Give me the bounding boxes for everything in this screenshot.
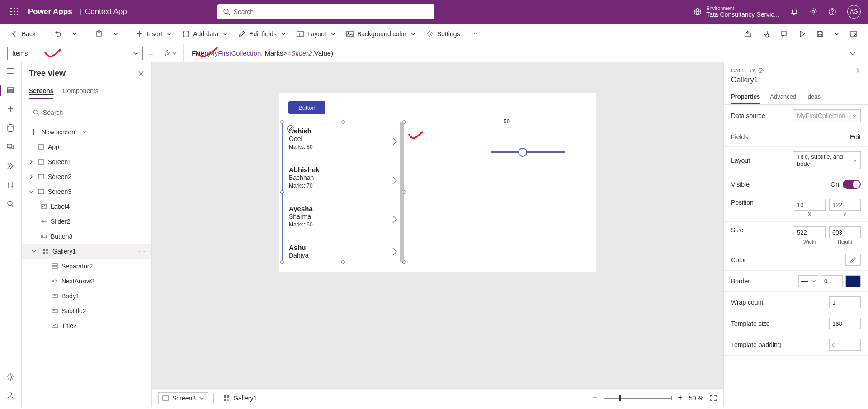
breadcrumb-screen[interactable]: Screen3	[158, 392, 208, 404]
edit-template-icon[interactable]	[287, 125, 294, 132]
search-input[interactable]: Search	[217, 4, 434, 19]
more-button[interactable]: ⋯	[467, 26, 482, 42]
edit-fields-button[interactable]: Edit fields	[235, 26, 289, 42]
gallery-item[interactable]: Ayesha Sharma Marks: 60	[283, 200, 404, 239]
tree-item-gallery1[interactable]: Gallery1⋯	[22, 244, 151, 259]
canvas-slider[interactable]	[491, 151, 565, 153]
tree-item-screen3[interactable]: Screen3	[22, 184, 151, 199]
save-more-button[interactable]	[831, 26, 843, 42]
brand-label[interactable]: Power Apps	[24, 7, 76, 16]
breadcrumb-control[interactable]: Gallery1	[219, 392, 261, 404]
add-data-button[interactable]: Add data	[179, 26, 231, 42]
zoom-in-button[interactable]: +	[678, 393, 683, 403]
border-color-picker[interactable]	[845, 275, 861, 287]
gallery-next-icon[interactable]	[392, 215, 397, 224]
publish-button[interactable]	[846, 26, 861, 42]
border-width-input[interactable]: 0	[821, 275, 843, 287]
tab-ideas[interactable]: Ideas	[806, 89, 821, 104]
position-y-input[interactable]: 122	[829, 199, 861, 211]
settings-rail-icon[interactable]	[6, 373, 15, 382]
user-avatar[interactable]: AG	[847, 5, 861, 19]
canvas-gallery[interactable]: Ashish Goel Marks: 80 Abhishek Bachhan M…	[282, 122, 404, 262]
datasource-dropdown[interactable]: MyFirstCollection	[793, 109, 861, 122]
canvas-button[interactable]: Button	[288, 101, 326, 114]
size-width-input[interactable]: 522	[794, 226, 826, 238]
share-button[interactable]	[741, 26, 755, 42]
zoom-slider[interactable]	[604, 398, 672, 399]
help-icon[interactable]: ?	[758, 68, 764, 73]
search-rail-icon[interactable]	[6, 200, 15, 209]
paste-button[interactable]	[92, 26, 106, 42]
data-icon[interactable]	[6, 124, 15, 133]
tree-search-input[interactable]: Search	[29, 105, 144, 120]
preview-button[interactable]	[795, 26, 809, 42]
gallery-next-icon[interactable]	[392, 137, 397, 146]
tab-properties[interactable]: Properties	[731, 89, 760, 104]
gallery-item[interactable]: Abhishek Bachhan Marks: 70	[283, 161, 404, 200]
tab-screens[interactable]: Screens	[29, 84, 53, 99]
chevron-right-icon[interactable]	[855, 68, 861, 73]
comments-button[interactable]	[777, 26, 791, 42]
fx-label[interactable]: fx	[159, 44, 184, 62]
border-style-dropdown[interactable]	[798, 275, 818, 287]
template-padding-input[interactable]: 0	[829, 339, 861, 351]
tree-item-body1[interactable]: Body1	[22, 288, 151, 303]
template-size-input[interactable]: 168	[829, 318, 861, 329]
tab-advanced[interactable]: Advanced	[770, 89, 796, 104]
tree-item-label4[interactable]: Label4	[22, 199, 151, 214]
size-height-input[interactable]: 603	[829, 226, 861, 238]
new-screen-button[interactable]: New screen	[22, 126, 151, 139]
tree-item-more-icon[interactable]: ⋯	[139, 248, 146, 255]
tree-item-separator2[interactable]: Separator2	[22, 259, 151, 273]
layout-dropdown[interactable]: Title, subtitle, and body	[793, 151, 861, 169]
gallery-item[interactable]: Ashish Goel Marks: 80	[283, 122, 404, 161]
app-name[interactable]: Context App	[85, 7, 127, 16]
app-preview[interactable]: Button 50 Ashish Goel Marks: 80	[279, 93, 596, 272]
gallery-next-icon[interactable]	[392, 176, 397, 185]
gallery-next-icon[interactable]	[392, 247, 397, 256]
tree-item-slider2[interactable]: Slider2	[22, 214, 151, 229]
settings-button[interactable]: Settings	[423, 26, 464, 42]
tree-item-title2[interactable]: Title2	[22, 318, 151, 333]
flows-icon[interactable]	[6, 162, 15, 171]
paste-more-button[interactable]	[110, 26, 122, 42]
property-dropdown[interactable]: Items	[7, 47, 143, 60]
fit-icon[interactable]	[710, 395, 717, 402]
ask-icon[interactable]	[6, 392, 15, 401]
help-icon[interactable]	[828, 8, 836, 16]
zoom-out-button[interactable]: −	[593, 393, 598, 403]
back-button[interactable]: Back	[7, 26, 39, 42]
insert-button[interactable]: Insert	[133, 26, 175, 42]
tree-item-app[interactable]: App	[22, 139, 151, 154]
visible-toggle[interactable]	[843, 180, 861, 189]
hamburger-icon[interactable]	[6, 67, 15, 76]
gear-icon[interactable]	[809, 8, 817, 16]
undo-more-button[interactable]	[69, 26, 80, 42]
color-picker[interactable]	[845, 254, 861, 266]
tree-item-nextarrow2[interactable]: NextArrow2	[22, 273, 151, 288]
checker-button[interactable]	[759, 26, 773, 42]
insert-icon[interactable]	[6, 105, 15, 114]
gallery-item[interactable]: Ashu Dahiya	[283, 239, 404, 262]
formula-input[interactable]: Filter(MyFirstCollection, Marks>= Slider…	[189, 44, 839, 62]
waffle-icon[interactable]	[5, 8, 24, 16]
save-button[interactable]	[813, 26, 827, 42]
wrap-count-input[interactable]: 1	[829, 296, 861, 308]
undo-button[interactable]	[51, 26, 65, 42]
tools-icon[interactable]	[6, 181, 15, 190]
control-name[interactable]: Gallery1	[731, 76, 764, 84]
bell-icon[interactable]	[790, 8, 798, 16]
bg-color-button[interactable]: Background color	[343, 26, 419, 42]
layout-button[interactable]: Layout	[293, 26, 339, 42]
tree-item-screen1[interactable]: Screen1	[22, 154, 151, 169]
tab-components[interactable]: Components	[62, 84, 98, 99]
tree-item-screen2[interactable]: Screen2	[22, 169, 151, 184]
formula-expand-button[interactable]	[844, 50, 861, 56]
media-icon[interactable]	[6, 143, 15, 152]
environment-picker[interactable]: Environment Tata Consultancy Servic...	[693, 5, 779, 19]
close-icon[interactable]	[138, 71, 144, 77]
position-x-input[interactable]: 10	[794, 199, 826, 211]
tree-item-subtitle2[interactable]: Subtitle2	[22, 303, 151, 318]
fields-edit-button[interactable]: Edit	[850, 133, 861, 141]
tree-view-icon[interactable]	[6, 86, 15, 95]
